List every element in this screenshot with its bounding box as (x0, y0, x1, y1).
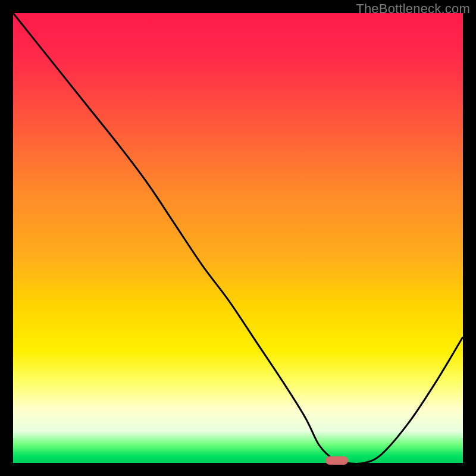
watermark-text: TheBottleneck.com (356, 1, 470, 17)
optimum-marker (325, 456, 348, 465)
curve-path (13, 13, 463, 464)
bottleneck-curve (13, 13, 463, 463)
